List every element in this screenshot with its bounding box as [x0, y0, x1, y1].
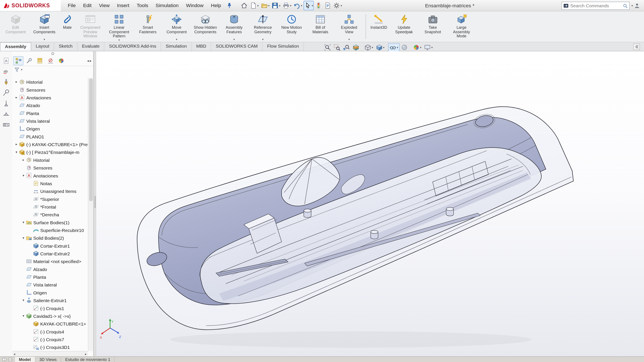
tree-item-kayak-octubre-1[interactable]: KAYAK-OCTUBRE<1> — [12, 320, 88, 328]
dropdown-caret-icon[interactable]: ▾ — [233, 38, 235, 41]
tree-item-solid-bodies-2[interactable]: ▾Solid Bodies(2) — [12, 234, 88, 242]
tab-layout[interactable]: Layout — [31, 42, 54, 51]
new-motion-study-button[interactable]: New Motion Study — [277, 11, 306, 42]
dropdown-caret-icon[interactable]: ▾ — [257, 4, 259, 7]
menu-tools[interactable]: Tools — [133, 0, 152, 11]
tree-item-notas[interactable]: Notas — [12, 179, 88, 187]
dimxpertmanager-tab-button[interactable] — [45, 56, 56, 65]
tree-item-cavidad1-x-x[interactable]: ▾Cavidad1-> x{ ->x} — [12, 312, 88, 320]
dropdown-caret-icon[interactable]: ▾ — [118, 39, 120, 42]
tree-item-historial[interactable]: ▸Historial — [12, 78, 88, 86]
update-speedpak-button[interactable]: Update Speedpak — [390, 11, 418, 42]
take-snapshot-button[interactable]: Take Snapshot — [418, 11, 447, 42]
scrollbar-thumb[interactable] — [89, 78, 93, 201]
dropdown-caret-icon[interactable]: ▾ — [290, 4, 291, 7]
tree-item-pieza1-ensamblaje-m[interactable]: ▾(-) [ Pieza1^Ensamblaje-m — [12, 148, 88, 156]
magnifier-icon[interactable] — [623, 3, 628, 8]
tree-item-historial[interactable]: ▸Historial — [12, 156, 88, 164]
tab-solidworks-cam[interactable]: SOLIDWORKS CAM — [211, 42, 262, 51]
tree-item-frontal[interactable]: A*Frontal — [12, 203, 88, 211]
expand-arrow-icon[interactable]: ▸ — [14, 96, 19, 99]
collapse-ribbon-icon[interactable] — [633, 43, 640, 50]
smart-fasteners-button[interactable]: Smart Fasteners — [134, 11, 162, 42]
tab-flow-simulation[interactable]: Flow Simulation — [262, 42, 304, 51]
home-button[interactable] — [240, 1, 248, 10]
scroll-right-icon[interactable]: ▸ — [85, 352, 87, 356]
weld-symbol-tool-button[interactable] — [2, 110, 11, 119]
search-commands-box[interactable] — [562, 2, 630, 10]
menu-help[interactable]: Help — [207, 0, 225, 11]
file-properties-button[interactable] — [323, 1, 332, 10]
menu-simulation[interactable]: Simulation — [152, 0, 182, 11]
tree-item-superior[interactable]: A*Superior — [12, 195, 88, 203]
collapse-arrow-icon[interactable]: ▾ — [21, 314, 26, 318]
pushpin-icon[interactable] — [226, 2, 233, 8]
menu-insert[interactable]: Insert — [113, 0, 133, 11]
balloon-tool-button[interactable] — [2, 88, 11, 97]
tree-item-croquis3d1[interactable]: 3D(-) Croquis3D1 — [12, 343, 88, 351]
zoom-fit-button[interactable] — [323, 43, 332, 52]
filter-caret-icon[interactable]: ▾ — [21, 68, 22, 71]
graphics-area[interactable]: X Y Z — [96, 51, 644, 357]
tab-assembly[interactable]: Assembly — [0, 42, 31, 51]
tree-item-origen[interactable]: Origen — [12, 289, 88, 296]
dropdown-caret-icon[interactable]: ▾ — [176, 38, 177, 41]
options-button[interactable]: ▾ — [332, 1, 343, 10]
splitter-grip[interactable] — [94, 196, 96, 208]
expand-arrow-icon[interactable]: ▸ — [14, 142, 19, 146]
undo-button[interactable]: ▾ — [292, 1, 303, 10]
propertymanager-tab-button[interactable] — [24, 56, 34, 65]
tree-item-vista-lateral[interactable]: Vista lateral — [12, 117, 88, 125]
tab-evaluate[interactable]: Evaluate — [78, 42, 104, 51]
panel-handle-icon[interactable] — [12, 51, 93, 55]
tab-simulation[interactable]: Simulation — [161, 42, 192, 51]
tab-scroll-right-icon[interactable]: ▸ — [90, 58, 92, 63]
linear-component-pattern-button[interactable]: Linear Component Pattern▾ — [105, 11, 134, 42]
dropdown-caret-icon[interactable]: ▾ — [420, 46, 422, 49]
bottom-tab-estudio-de-movimiento-1[interactable]: Estudio de movimiento 1 — [61, 357, 115, 362]
apply-scene-button[interactable]: ▾ — [411, 43, 423, 52]
large-assembly-mode-button[interactable]: Large Assembly Mode — [447, 11, 476, 42]
expand-arrow-icon[interactable]: ▸ — [21, 158, 26, 162]
tree-item-cortar-extruir2[interactable]: Cortar-Extruir2 — [12, 250, 88, 257]
view-orientation-button[interactable]: ▾ — [374, 43, 386, 52]
split-pane-horizontal-icon[interactable] — [8, 357, 12, 362]
menu-window[interactable]: Window — [182, 0, 207, 11]
search-input[interactable] — [570, 3, 622, 8]
dropdown-caret-icon[interactable]: ▾ — [262, 38, 264, 41]
menu-file[interactable]: File — [64, 0, 79, 11]
collapse-arrow-icon[interactable]: ▾ — [21, 236, 26, 240]
tree-item-anotaciones[interactable]: ▸AAnotaciones — [12, 93, 88, 101]
expand-arrow-icon[interactable]: ▸ — [14, 80, 19, 84]
collapse-arrow-icon[interactable]: ▾ — [21, 299, 26, 302]
bill-of-materials-button[interactable]: Bill of Materials — [306, 11, 335, 42]
tab-scroll-left-icon[interactable]: ◂ — [87, 58, 89, 63]
exploded-view-button[interactable]: Exploded View▾ — [335, 11, 364, 42]
dropdown-caret-icon[interactable]: ▾ — [268, 4, 270, 7]
tree-horizontal-scrollbar[interactable]: ◂ ▸ — [12, 351, 88, 357]
tree-item-superficie-recubrir10[interactable]: Superficie-Recubrir10 — [12, 226, 88, 234]
dropdown-caret-icon[interactable]: ▾ — [341, 4, 342, 7]
tab-solidworks-add-ins[interactable]: SOLIDWORKS Add-Ins — [104, 42, 161, 51]
tree-item-unassigned-items[interactable]: Unassigned Items — [12, 187, 88, 195]
scroll-left-icon[interactable]: ◂ — [14, 352, 15, 356]
dropdown-caret-icon[interactable]: ▾ — [301, 4, 302, 7]
dropdown-caret-icon[interactable]: ▾ — [372, 46, 373, 49]
bottom-tab-3d-views[interactable]: 3D Views — [35, 357, 61, 362]
tree-item-croquis4[interactable]: (-) Croquis4 — [12, 328, 88, 335]
tree-item-saliente-extruir1[interactable]: ▾Saliente-Extruir1 — [12, 296, 88, 304]
spellcheck-tool-button[interactable]: ab — [2, 67, 11, 76]
tab-sketch[interactable]: Sketch — [54, 42, 78, 51]
split-pane-vertical-icon[interactable] — [2, 357, 7, 362]
show-hidden-components-button[interactable]: Show Hidden Components — [191, 11, 220, 42]
tree-item-material-not-specified[interactable]: Material <not specified> — [12, 258, 88, 265]
collapse-arrow-icon[interactable]: ▾ — [14, 150, 19, 154]
tree-item-sensores[interactable]: Sensores — [12, 164, 88, 171]
configurationmanager-tab-button[interactable] — [34, 56, 45, 65]
zoom-area-button[interactable] — [332, 43, 342, 52]
insert-components-button[interactable]: Insert Components▾ — [30, 11, 59, 42]
tree-item-planta[interactable]: Planta — [12, 273, 88, 281]
tree-item-plano1[interactable]: PLANO1 — [12, 133, 88, 140]
tree-item-surface-bodies-1[interactable]: ▾Surface Bodies(1) — [12, 218, 88, 226]
featuremanager-tab-button[interactable] — [13, 56, 24, 65]
